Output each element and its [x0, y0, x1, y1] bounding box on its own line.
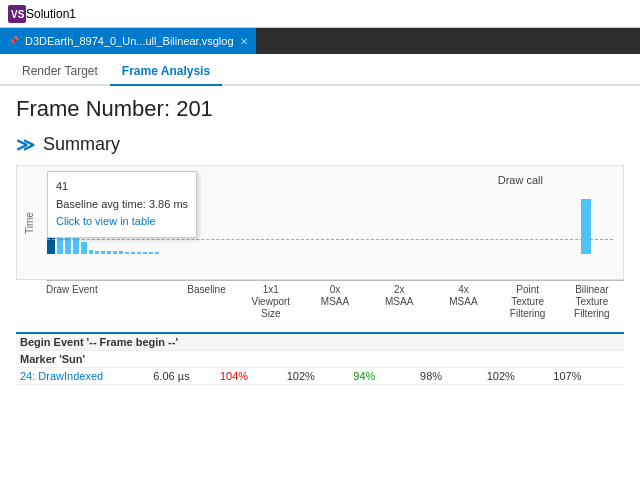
x-label-4xmsaa: 4xMSAA	[431, 284, 495, 320]
title-bar: VS Solution1	[0, 0, 640, 28]
bar-tall-right[interactable]	[581, 199, 591, 254]
col-2xmsaa-value: 94%	[353, 370, 420, 382]
vs-logo-icon: VS	[8, 5, 26, 23]
bar-13[interactable]	[131, 252, 135, 254]
bar-12[interactable]	[125, 252, 129, 254]
svg-text:VS: VS	[11, 9, 25, 20]
title-bar-text: Solution1	[26, 7, 76, 21]
tab-render-target[interactable]: Render Target	[10, 58, 110, 86]
tab-frame-analysis[interactable]: Frame Analysis	[110, 58, 222, 86]
tab-bar: 📌 D3DEarth_8974_0_Un...ull_Bilinear.vsgl…	[0, 28, 640, 54]
tooltip-line2: Baseline avg time: 3.86 ms	[56, 196, 188, 214]
x-label-bilinear: BilinearTextureFiltering	[560, 284, 624, 320]
bar-15[interactable]	[143, 252, 147, 254]
group-header-label: Begin Event '-- Frame begin --'	[20, 336, 178, 348]
table-marker-row: Marker 'Sun'	[16, 351, 624, 368]
bar-11[interactable]	[119, 251, 123, 254]
summary-section-header: ≫ Summary	[16, 134, 624, 155]
bar-5[interactable]	[81, 242, 87, 254]
tooltip-line1: 41	[56, 178, 188, 196]
tooltip: 41 Baseline avg time: 3.86 ms Click to v…	[47, 171, 197, 238]
x-label-1x1: 1x1ViewportSize	[239, 284, 303, 320]
col-point-value: 102%	[487, 370, 554, 382]
tab-label: D3DEarth_8974_0_Un...ull_Bilinear.vsglog	[25, 35, 234, 47]
table-data-row: 24: DrawIndexed 6.06 µs 104% 102% 94% 98…	[16, 368, 624, 385]
tooltip-line3[interactable]: Click to view in table	[56, 213, 188, 231]
sub-tab-bar: Render Target Frame Analysis	[0, 54, 640, 86]
bar-9[interactable]	[107, 251, 111, 254]
x-label-2xmsaa: 2xMSAA	[367, 284, 431, 320]
col-0xmsaa-value: 102%	[287, 370, 354, 382]
chart-container: Time Draw call	[16, 165, 624, 280]
bar-17[interactable]	[155, 252, 159, 254]
file-tab[interactable]: 📌 D3DEarth_8974_0_Un...ull_Bilinear.vsgl…	[0, 28, 257, 54]
marker-label: Marker 'Sun'	[20, 353, 85, 365]
x-label-point: PointTextureFiltering	[496, 284, 560, 320]
dashed-baseline-line	[47, 239, 613, 240]
y-axis-label: Time	[24, 212, 35, 234]
x-label-baseline: Baseline	[174, 284, 238, 320]
bar-14[interactable]	[137, 252, 141, 254]
summary-title: Summary	[43, 134, 120, 155]
bar-6[interactable]	[89, 250, 93, 254]
bar-16[interactable]	[149, 252, 153, 254]
results-table: Begin Event '-- Frame begin --' Marker '…	[16, 332, 624, 385]
bar-10[interactable]	[113, 251, 117, 254]
main-content: Frame Number: 201 ≫ Summary Time Draw ca…	[0, 86, 640, 501]
col-4xmsaa-value: 98%	[420, 370, 487, 382]
table-group-header: Begin Event '-- Frame begin --'	[16, 334, 624, 351]
x-label-draw-event: Draw Event	[46, 284, 174, 320]
col-bilinear-value: 107%	[553, 370, 620, 382]
tab-close-icon[interactable]: ✕	[240, 36, 248, 47]
col-event-value[interactable]: 24: DrawIndexed	[20, 370, 153, 382]
tab-pin-icon: 📌	[8, 36, 19, 46]
bar-7[interactable]	[95, 251, 99, 254]
draw-indexed-link[interactable]: 24: DrawIndexed	[20, 370, 103, 382]
col-1x1-value: 104%	[220, 370, 287, 382]
x-axis-labels: Draw Event Baseline 1x1ViewportSize 0xMS…	[46, 280, 624, 324]
frame-number: Frame Number: 201	[16, 96, 624, 122]
col-baseline-value: 6.06 µs	[153, 370, 220, 382]
bar-8[interactable]	[101, 251, 105, 254]
collapse-icon[interactable]: ≫	[16, 136, 35, 154]
x-label-0xmsaa: 0xMSAA	[303, 284, 367, 320]
